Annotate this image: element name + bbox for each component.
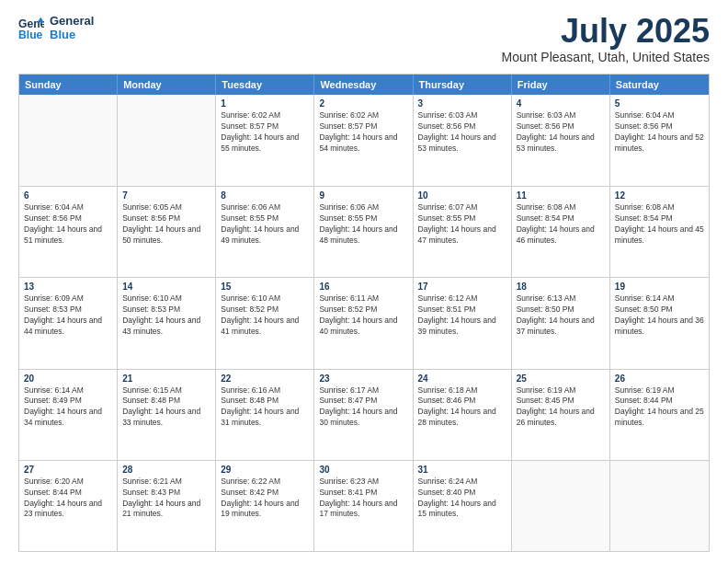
logo-icon: General Blue	[18, 16, 44, 41]
calendar-cell: 7Sunrise: 6:05 AMSunset: 8:56 PMDaylight…	[118, 187, 216, 277]
cell-detail: Sunrise: 6:03 AMSunset: 8:56 PMDaylight:…	[418, 110, 506, 155]
cell-detail: Sunrise: 6:19 AMSunset: 8:44 PMDaylight:…	[615, 385, 704, 430]
cell-detail: Sunrise: 6:08 AMSunset: 8:54 PMDaylight:…	[517, 202, 605, 247]
day-number: 22	[221, 373, 309, 384]
cell-detail: Sunrise: 6:13 AMSunset: 8:50 PMDaylight:…	[517, 293, 605, 338]
day-number: 20	[24, 373, 112, 384]
calendar-row: 6Sunrise: 6:04 AMSunset: 8:56 PMDaylight…	[19, 186, 709, 277]
calendar-cell: 29Sunrise: 6:22 AMSunset: 8:42 PMDayligh…	[216, 461, 314, 551]
cell-detail: Sunrise: 6:04 AMSunset: 8:56 PMDaylight:…	[24, 202, 112, 247]
month-year: July 2025	[502, 15, 710, 48]
cell-detail: Sunrise: 6:15 AMSunset: 8:48 PMDaylight:…	[122, 385, 210, 430]
cell-detail: Sunrise: 6:14 AMSunset: 8:50 PMDaylight:…	[615, 293, 704, 338]
calendar-cell: 8Sunrise: 6:06 AMSunset: 8:55 PMDaylight…	[216, 187, 314, 277]
calendar-cell: 16Sunrise: 6:11 AMSunset: 8:52 PMDayligh…	[314, 278, 413, 368]
day-number: 31	[418, 465, 506, 475]
cell-detail: Sunrise: 6:02 AMSunset: 8:57 PMDaylight:…	[221, 110, 309, 155]
logo: General Blue General Blue	[18, 15, 94, 42]
calendar-cell: 26Sunrise: 6:19 AMSunset: 8:44 PMDayligh…	[610, 370, 709, 460]
page: General Blue General Blue July 2025 Moun…	[0, 0, 728, 563]
cell-detail: Sunrise: 6:08 AMSunset: 8:54 PMDaylight:…	[615, 202, 704, 247]
calendar-header: SundayMondayTuesdayWednesdayThursdayFrid…	[19, 75, 709, 95]
calendar-cell: 12Sunrise: 6:08 AMSunset: 8:54 PMDayligh…	[610, 187, 709, 277]
calendar-cell	[512, 461, 610, 551]
cell-detail: Sunrise: 6:12 AMSunset: 8:51 PMDaylight:…	[418, 293, 506, 338]
calendar-cell: 18Sunrise: 6:13 AMSunset: 8:50 PMDayligh…	[512, 278, 610, 368]
calendar-cell: 14Sunrise: 6:10 AMSunset: 8:53 PMDayligh…	[118, 278, 216, 368]
calendar-header-cell: Saturday	[610, 75, 709, 95]
calendar-body: 1Sunrise: 6:02 AMSunset: 8:57 PMDaylight…	[19, 95, 709, 551]
calendar-header-cell: Tuesday	[216, 75, 314, 95]
day-number: 23	[319, 373, 407, 384]
calendar-cell: 20Sunrise: 6:14 AMSunset: 8:49 PMDayligh…	[19, 370, 118, 460]
cell-detail: Sunrise: 6:18 AMSunset: 8:46 PMDaylight:…	[418, 385, 506, 430]
day-number: 7	[122, 190, 210, 201]
day-number: 19	[615, 282, 704, 292]
title-block: July 2025 Mount Pleasant, Utah, United S…	[502, 15, 710, 64]
day-number: 3	[418, 98, 506, 109]
cell-detail: Sunrise: 6:04 AMSunset: 8:56 PMDaylight:…	[615, 110, 704, 155]
calendar-cell: 11Sunrise: 6:08 AMSunset: 8:54 PMDayligh…	[512, 187, 610, 277]
calendar-cell: 2Sunrise: 6:02 AMSunset: 8:57 PMDaylight…	[314, 95, 413, 186]
day-number: 14	[122, 282, 210, 292]
calendar-header-cell: Wednesday	[314, 75, 413, 95]
calendar-cell: 27Sunrise: 6:20 AMSunset: 8:44 PMDayligh…	[19, 461, 118, 551]
day-number: 8	[221, 190, 309, 201]
calendar-header-cell: Friday	[512, 75, 610, 95]
calendar-cell: 19Sunrise: 6:14 AMSunset: 8:50 PMDayligh…	[610, 278, 709, 368]
calendar-row: 13Sunrise: 6:09 AMSunset: 8:53 PMDayligh…	[19, 277, 709, 368]
logo-line1: General	[50, 15, 94, 29]
day-number: 25	[517, 373, 605, 384]
cell-detail: Sunrise: 6:11 AMSunset: 8:52 PMDaylight:…	[319, 293, 407, 338]
cell-detail: Sunrise: 6:09 AMSunset: 8:53 PMDaylight:…	[24, 293, 112, 338]
calendar-cell: 21Sunrise: 6:15 AMSunset: 8:48 PMDayligh…	[118, 370, 216, 460]
cell-detail: Sunrise: 6:10 AMSunset: 8:52 PMDaylight:…	[221, 293, 309, 338]
day-number: 26	[615, 373, 704, 384]
calendar-cell: 10Sunrise: 6:07 AMSunset: 8:55 PMDayligh…	[414, 187, 512, 277]
day-number: 28	[122, 465, 210, 475]
day-number: 2	[319, 98, 407, 109]
calendar: SundayMondayTuesdayWednesdayThursdayFrid…	[18, 74, 710, 552]
calendar-cell: 28Sunrise: 6:21 AMSunset: 8:43 PMDayligh…	[118, 461, 216, 551]
cell-detail: Sunrise: 6:05 AMSunset: 8:56 PMDaylight:…	[122, 202, 210, 247]
day-number: 11	[517, 190, 605, 201]
day-number: 18	[517, 282, 605, 292]
cell-detail: Sunrise: 6:23 AMSunset: 8:41 PMDaylight:…	[319, 477, 407, 521]
day-number: 4	[517, 98, 605, 109]
calendar-cell: 5Sunrise: 6:04 AMSunset: 8:56 PMDaylight…	[610, 95, 709, 186]
calendar-cell: 30Sunrise: 6:23 AMSunset: 8:41 PMDayligh…	[314, 461, 413, 551]
calendar-cell: 24Sunrise: 6:18 AMSunset: 8:46 PMDayligh…	[414, 370, 512, 460]
svg-text:Blue: Blue	[18, 29, 43, 41]
day-number: 10	[418, 190, 506, 201]
cell-detail: Sunrise: 6:07 AMSunset: 8:55 PMDaylight:…	[418, 202, 506, 247]
calendar-cell: 3Sunrise: 6:03 AMSunset: 8:56 PMDaylight…	[414, 95, 512, 186]
day-number: 21	[122, 373, 210, 384]
cell-detail: Sunrise: 6:03 AMSunset: 8:56 PMDaylight:…	[517, 110, 605, 155]
calendar-header-cell: Sunday	[19, 75, 118, 95]
day-number: 15	[221, 282, 309, 292]
day-number: 17	[418, 282, 506, 292]
cell-detail: Sunrise: 6:19 AMSunset: 8:45 PMDaylight:…	[517, 385, 605, 430]
calendar-cell: 23Sunrise: 6:17 AMSunset: 8:47 PMDayligh…	[314, 370, 413, 460]
calendar-cell: 4Sunrise: 6:03 AMSunset: 8:56 PMDaylight…	[512, 95, 610, 186]
calendar-cell: 6Sunrise: 6:04 AMSunset: 8:56 PMDaylight…	[19, 187, 118, 277]
calendar-cell	[19, 95, 118, 186]
cell-detail: Sunrise: 6:24 AMSunset: 8:40 PMDaylight:…	[418, 477, 506, 521]
cell-detail: Sunrise: 6:06 AMSunset: 8:55 PMDaylight:…	[221, 202, 309, 247]
calendar-header-cell: Monday	[118, 75, 216, 95]
calendar-row: 1Sunrise: 6:02 AMSunset: 8:57 PMDaylight…	[19, 95, 709, 186]
day-number: 16	[319, 282, 407, 292]
header: General Blue General Blue July 2025 Moun…	[18, 15, 710, 64]
calendar-cell	[118, 95, 216, 186]
cell-detail: Sunrise: 6:06 AMSunset: 8:55 PMDaylight:…	[319, 202, 407, 247]
day-number: 12	[615, 190, 704, 201]
calendar-cell	[610, 461, 709, 551]
day-number: 1	[221, 98, 309, 109]
logo-line2: Blue	[50, 29, 94, 42]
calendar-cell: 15Sunrise: 6:10 AMSunset: 8:52 PMDayligh…	[216, 278, 314, 368]
day-number: 9	[319, 190, 407, 201]
day-number: 13	[24, 282, 112, 292]
calendar-row: 27Sunrise: 6:20 AMSunset: 8:44 PMDayligh…	[19, 460, 709, 551]
cell-detail: Sunrise: 6:14 AMSunset: 8:49 PMDaylight:…	[24, 385, 112, 430]
day-number: 27	[24, 465, 112, 475]
